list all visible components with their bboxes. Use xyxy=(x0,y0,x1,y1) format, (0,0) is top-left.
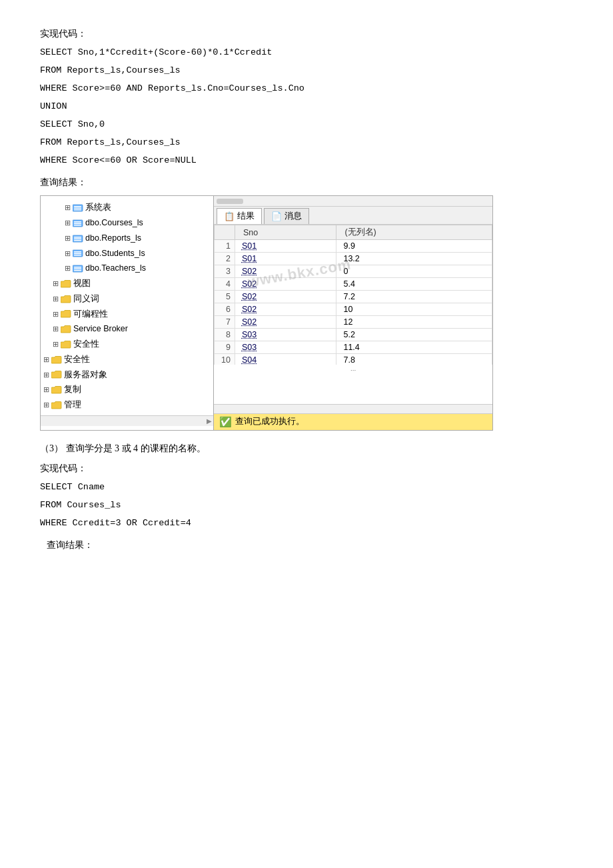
folder-icon-synonym xyxy=(61,295,71,303)
cell-sno: S01 xyxy=(235,253,336,265)
cell-rownum: 1 xyxy=(215,240,235,253)
tree-label-view: 视图 xyxy=(73,277,91,290)
svg-rect-17 xyxy=(74,267,81,268)
tree-label-manage: 管理 xyxy=(64,399,81,411)
section3-impl-label: 实现代码： xyxy=(40,461,573,476)
tree-label-programmable: 可编程性 xyxy=(73,308,108,321)
tree-item-synonym[interactable]: ⊞ 同义词 xyxy=(41,291,213,307)
section2-result-label: 查询结果： xyxy=(40,175,573,190)
tree-label-security-sub: 安全性 xyxy=(73,338,99,351)
cell-value: 5.4 xyxy=(336,278,492,291)
table-icon xyxy=(73,203,83,212)
tab-message[interactable]: 📄 消息 xyxy=(264,208,309,224)
tree-label-service-broker: Service Broker xyxy=(73,323,128,335)
cell-rownum: 8 xyxy=(215,329,235,341)
cell-sno: S02 xyxy=(235,278,336,291)
svg-rect-10 xyxy=(74,238,81,239)
tree-label-replicate: 复制 xyxy=(64,383,81,396)
code-line-4: UNION xyxy=(40,99,573,115)
cell-sno: S04 xyxy=(235,354,336,365)
table-row: 7S0212 xyxy=(215,316,492,329)
query-result-box: ⊞ 系统表 ⊞ dbo.Courses_ xyxy=(40,195,493,431)
svg-rect-2 xyxy=(74,208,81,209)
tree-scrollbar[interactable]: ▶ xyxy=(207,417,212,425)
more-rows-indicator: ··· xyxy=(214,365,492,375)
cell-rownum: 6 xyxy=(215,303,235,316)
cell-rownum: 4 xyxy=(215,278,235,291)
folder-icon-view xyxy=(61,279,71,288)
folder-icon-server-objects xyxy=(51,370,62,379)
folder-icon-service-broker xyxy=(61,325,71,333)
cell-value: 5.2 xyxy=(336,329,492,341)
tree-item-security-top[interactable]: ⊞ 安全性 xyxy=(41,352,213,367)
col-header-sno: Sno xyxy=(235,225,336,240)
result-tab-icon: 📋 xyxy=(224,211,235,221)
table-row: 6S0210 xyxy=(215,303,492,316)
s3-code-line-1: SELECT Cname xyxy=(40,480,573,495)
folder-icon-replicate xyxy=(51,385,62,394)
folder-icon-manage xyxy=(51,401,62,409)
code-line-2: FROM Reports_ls,Courses_ls xyxy=(40,63,573,79)
message-tab-icon: 📄 xyxy=(271,211,282,221)
svg-rect-13 xyxy=(74,251,81,253)
tree-item-programmable[interactable]: ⊞ 可编程性 xyxy=(41,307,213,322)
tree-label-teachers: dbo.Teachers_ls xyxy=(85,262,146,275)
tree-item-security-sub[interactable]: ⊞ 安全性 xyxy=(41,337,213,352)
cell-rownum: 9 xyxy=(215,341,235,354)
folder-icon-security-sub xyxy=(61,340,71,349)
tree-item-xitongbiao[interactable]: ⊞ 系统表 xyxy=(41,200,213,215)
table-row: 3S020 xyxy=(215,265,492,278)
cell-rownum: 3 xyxy=(215,265,235,278)
cell-rownum: 2 xyxy=(215,253,235,265)
tree-item-reports[interactable]: ⊞ dbo.Reports_ls xyxy=(41,231,213,246)
cell-value: 7.2 xyxy=(336,291,492,303)
tree-label-server-objects: 服务器对象 xyxy=(64,369,107,381)
svg-rect-19 xyxy=(74,270,81,271)
tree-item-teachers[interactable]: ⊞ dbo.Teachers_ls xyxy=(41,261,213,276)
result-panel: 📋 结果 📄 消息 Sno (无列名) xyxy=(214,196,492,430)
cell-value: 11.4 xyxy=(336,341,492,354)
tab-result[interactable]: 📋 结果 xyxy=(217,208,262,224)
svg-rect-1 xyxy=(74,206,81,207)
folder-icon-security-top xyxy=(51,355,62,364)
cell-sno: S03 xyxy=(235,329,336,341)
svg-rect-11 xyxy=(74,240,81,241)
result-table-scroll[interactable]: Sno (无列名) 1S019.92S0113.23S0204S025.45S0… xyxy=(214,225,492,365)
cell-sno: S02 xyxy=(235,265,336,278)
cell-sno: S02 xyxy=(235,303,336,316)
section2-impl-label: 实现代码： xyxy=(40,27,573,41)
tree-item-server-objects[interactable]: ⊞ 服务器对象 xyxy=(41,367,213,383)
svg-rect-9 xyxy=(74,237,81,238)
status-bar: ✅ 查询已成功执行。 xyxy=(214,413,492,430)
cell-sno: S01 xyxy=(235,240,336,253)
result-table-container: Sno (无列名) 1S019.92S0113.23S0204S025.45S0… xyxy=(214,225,492,404)
svg-rect-5 xyxy=(74,221,81,223)
tree-item-view[interactable]: ⊞ 视图 xyxy=(41,276,213,291)
h-scrollbar[interactable] xyxy=(214,196,492,207)
tree-label-security-top: 安全性 xyxy=(64,353,90,366)
code-line-5: SELECT Sno,0 xyxy=(40,117,573,133)
cell-rownum: 7 xyxy=(215,316,235,329)
tree-item-replicate[interactable]: ⊞ 复制 xyxy=(41,382,213,397)
tree-item-students[interactable]: ⊞ dbo.Students_ls xyxy=(41,246,213,261)
table-icon-reports xyxy=(73,234,83,243)
tree-item-courses[interactable]: ⊞ dbo.Courses_ls xyxy=(41,215,213,231)
cell-value: 0 xyxy=(336,265,492,278)
cell-sno: S03 xyxy=(235,341,336,354)
cell-rownum: 10 xyxy=(215,354,235,365)
code-line-7: WHERE Score<=60 OR Score=NULL xyxy=(40,153,573,169)
code-line-1: SELECT Sno,1*Ccredit+(Score-60)*0.1*Ccre… xyxy=(40,45,573,61)
cell-sno: S02 xyxy=(235,291,336,303)
code-block-2: SELECT Sno,1*Ccredit+(Score-60)*0.1*Ccre… xyxy=(40,45,573,169)
table-row: 2S0113.2 xyxy=(215,253,492,265)
cell-value: 13.2 xyxy=(336,253,492,265)
tree-item-service-broker[interactable]: ⊞ Service Broker xyxy=(41,321,213,337)
cell-value: 9.9 xyxy=(336,240,492,253)
tree-item-manage[interactable]: ⊞ 管理 xyxy=(41,397,213,413)
table-row: 1S019.9 xyxy=(215,240,492,253)
bottom-scrollbar[interactable] xyxy=(214,404,492,413)
code-line-3: WHERE Score>=60 AND Reports_ls.Cno=Cours… xyxy=(40,81,573,97)
tree-label-reports: dbo.Reports_ls xyxy=(85,232,141,245)
svg-rect-15 xyxy=(74,255,81,256)
code-line-6: FROM Reports_ls,Courses_ls xyxy=(40,135,573,151)
